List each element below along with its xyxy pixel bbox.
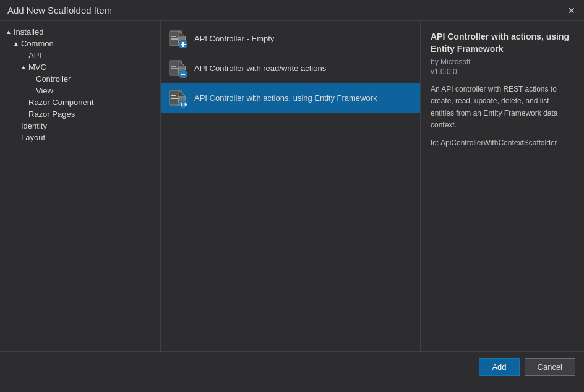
expand-arrow-installed: ▲	[5, 28, 12, 36]
sidebar-item-razor-pages[interactable]: ▶ Razor Pages	[0, 108, 160, 120]
api-controller-entity-icon: EF	[168, 88, 188, 108]
dialog-title: Add New Scaffolded Item	[7, 5, 112, 15]
svg-rect-18	[171, 95, 176, 96]
view-label: View	[36, 86, 53, 95]
svg-rect-4	[171, 38, 178, 40]
detail-id: Id: ApiControllerWithContextScaffolder	[431, 138, 574, 147]
title-bar: Add New Scaffolded Item ✕	[0, 0, 584, 21]
svg-rect-11	[171, 66, 176, 67]
footer: Add Cancel	[0, 351, 584, 382]
common-label: Common	[21, 39, 54, 48]
sidebar-item-installed[interactable]: ▲ Installed	[0, 26, 160, 38]
mvc-label: MVC	[28, 62, 46, 72]
razor-component-label: Razor Component	[28, 98, 94, 107]
razor-pages-label: Razor Pages	[28, 109, 75, 119]
controller-label: Controller	[36, 74, 71, 83]
list-item-1[interactable]: API Controller with read/write actions	[161, 53, 420, 83]
list-item-label-0: API Controller - Empty	[194, 34, 274, 43]
list-item-2[interactable]: EF API Controller with actions, using En…	[161, 83, 420, 113]
sidebar: ▲ Installed ▲ Common ▶ API ▲ MVC ▶ Contr…	[0, 21, 161, 351]
sidebar-item-api[interactable]: ▶ API	[0, 49, 160, 61]
main-container: ▲ Installed ▲ Common ▶ API ▲ MVC ▶ Contr…	[0, 21, 584, 351]
api-controller-readwrite-icon	[168, 58, 188, 78]
layout-label: Layout	[21, 133, 45, 142]
sidebar-item-controller[interactable]: ▶ Controller	[0, 73, 160, 85]
svg-rect-12	[171, 68, 178, 69]
sidebar-item-razor-component[interactable]: ▶ Razor Component	[0, 96, 160, 108]
close-button[interactable]: ✕	[567, 6, 577, 15]
detail-version: v1.0.0.0	[431, 67, 574, 76]
svg-text:EF: EF	[181, 101, 188, 108]
list-item-0[interactable]: API Controller - Empty	[161, 23, 420, 53]
installed-label: Installed	[14, 27, 43, 36]
expand-arrow-mvc: ▲	[20, 64, 27, 71]
sidebar-item-identity[interactable]: ▶ Identity	[0, 120, 160, 132]
detail-publisher: by Microsoft	[431, 58, 574, 66]
detail-title: API Controller with actions, using Entit…	[431, 31, 574, 55]
content-area: API Controller - Empty API Controller wi…	[161, 21, 584, 351]
api-controller-empty-icon	[168, 28, 188, 48]
list-item-label-2: API Controller with actions, using Entit…	[194, 93, 377, 103]
sidebar-item-layout[interactable]: ▶ Layout	[0, 132, 160, 143]
detail-panel: API Controller with actions, using Entit…	[421, 21, 584, 351]
expand-arrow-common: ▲	[12, 40, 20, 48]
cancel-button[interactable]: Cancel	[525, 358, 575, 376]
sidebar-item-common[interactable]: ▲ Common	[0, 38, 160, 49]
svg-rect-19	[171, 98, 178, 99]
sidebar-item-view[interactable]: ▶ View	[0, 85, 160, 96]
api-label: API	[28, 51, 41, 60]
svg-rect-3	[171, 36, 176, 37]
item-list: API Controller - Empty API Controller wi…	[161, 21, 421, 351]
identity-label: Identity	[21, 121, 47, 130]
list-item-label-1: API Controller with read/write actions	[194, 64, 326, 73]
detail-description: An API controller with REST actions to c…	[431, 83, 574, 131]
add-button[interactable]: Add	[479, 358, 519, 376]
sidebar-item-mvc[interactable]: ▲ MVC	[0, 61, 160, 73]
